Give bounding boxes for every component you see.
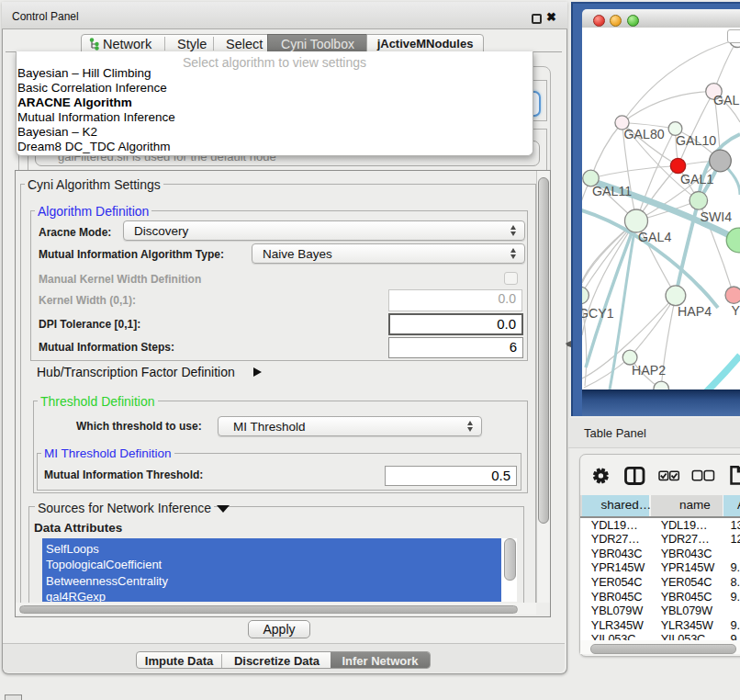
svg-text:GAL11: GAL11 xyxy=(592,184,632,198)
svg-text:GAL1: GAL1 xyxy=(680,172,713,186)
svg-text:GAL: GAL xyxy=(713,93,739,107)
svg-text:SWI4: SWI4 xyxy=(701,209,733,224)
svg-text:HAP4: HAP4 xyxy=(678,304,712,319)
svg-text:Y: Y xyxy=(732,303,740,318)
svg-text:HAP2: HAP2 xyxy=(632,363,666,378)
svg-text:GAL4: GAL4 xyxy=(638,230,671,244)
svg-text:GAL80: GAL80 xyxy=(624,127,665,141)
svg-text:GAL10: GAL10 xyxy=(676,133,716,148)
svg-text:GCY1: GCY1 xyxy=(582,306,614,321)
